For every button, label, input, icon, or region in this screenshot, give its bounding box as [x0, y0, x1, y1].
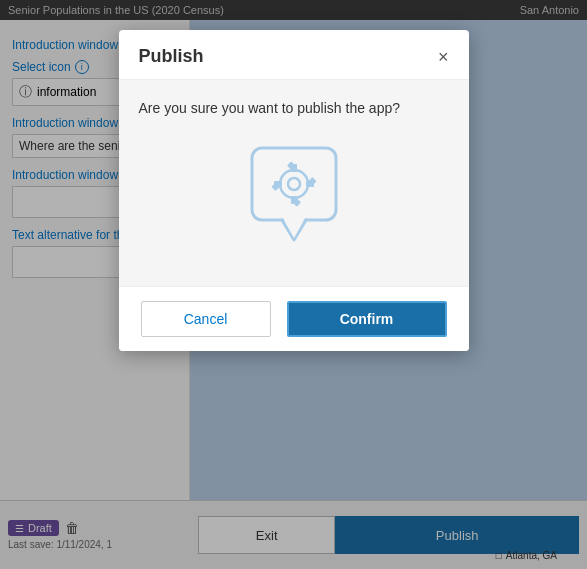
dialog-body: Are you sure you want to publish the app…	[119, 80, 469, 286]
publish-dialog: Publish × Are you sure you want to publi…	[119, 30, 469, 351]
dialog-footer: Cancel Confirm	[119, 286, 469, 351]
publish-icon	[244, 140, 344, 250]
svg-point-3	[280, 170, 308, 198]
svg-point-4	[288, 178, 300, 190]
dialog-header: Publish ×	[119, 30, 469, 80]
cancel-button[interactable]: Cancel	[141, 301, 271, 337]
dialog-overlay: Publish × Are you sure you want to publi…	[0, 0, 587, 569]
svg-rect-0	[252, 148, 336, 220]
confirm-button[interactable]: Confirm	[287, 301, 447, 337]
dialog-title: Publish	[139, 46, 204, 67]
dialog-close-button[interactable]: ×	[438, 48, 449, 66]
dialog-question: Are you sure you want to publish the app…	[139, 100, 401, 116]
